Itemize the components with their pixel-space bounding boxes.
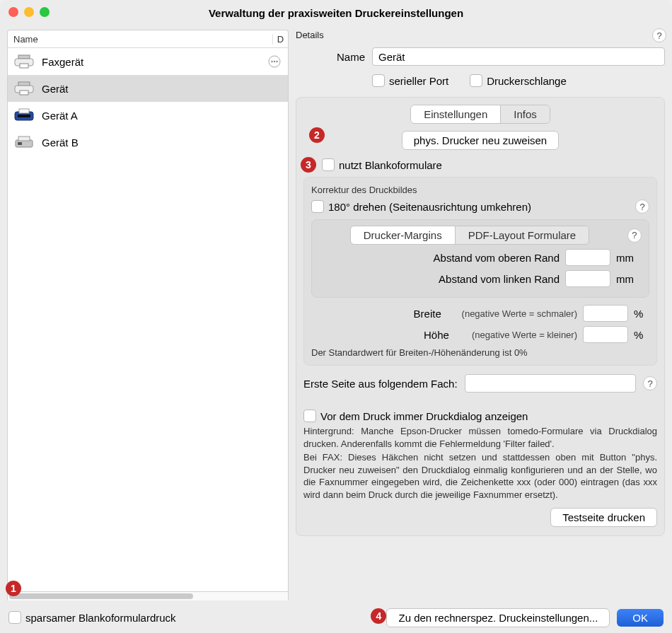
zoom-window-button[interactable] bbox=[40, 7, 50, 17]
info-paragraph-1: Hintergrund: Manche Epson-Drucker müssen… bbox=[303, 425, 657, 450]
close-window-button[interactable] bbox=[8, 7, 18, 17]
list-item-label: Gerät B bbox=[42, 137, 79, 149]
sparse-blank-print-checkbox[interactable]: sparsamer Blankoformulardruck bbox=[8, 611, 176, 624]
settings-tabs: Einstellungen Infos bbox=[410, 105, 550, 124]
serial-port-checkbox[interactable]: serieller Port bbox=[372, 74, 448, 87]
checkbox-icon bbox=[470, 74, 482, 87]
window-controls bbox=[8, 7, 50, 17]
unit-percent: % bbox=[634, 329, 649, 341]
svg-rect-12 bbox=[18, 115, 30, 117]
list-item[interactable]: Gerät B bbox=[8, 129, 288, 156]
margin-tabs: Drucker-Margins PDF-Layout Formulare bbox=[350, 226, 589, 245]
list-item-label: Faxgerät bbox=[42, 56, 83, 68]
checkbox-icon bbox=[303, 410, 316, 422]
help-icon[interactable]: ? bbox=[643, 376, 657, 390]
computer-settings-button[interactable]: Zu den rechnerspez. Druckeinstellungen..… bbox=[386, 608, 610, 627]
left-margin-input[interactable] bbox=[565, 270, 610, 287]
list-item[interactable]: Faxgerät bbox=[8, 48, 288, 75]
reassign-printer-button[interactable]: phys. Drucker neu zuweisen bbox=[402, 131, 559, 150]
margins-box: Drucker-Margins PDF-Layout Formulare ? A… bbox=[311, 219, 649, 298]
uses-blank-forms-label: nutzt Blankoformulare bbox=[339, 159, 442, 171]
checkbox-icon bbox=[372, 74, 385, 87]
top-margin-input[interactable] bbox=[565, 249, 610, 266]
name-field-label: Name bbox=[296, 51, 365, 63]
svg-rect-7 bbox=[18, 82, 30, 86]
printer-list-pane: Name D Faxgerät Gerät Gerät A bbox=[7, 30, 289, 626]
first-page-tray-input[interactable] bbox=[465, 374, 636, 393]
settings-box: Einstellungen Infos phys. Drucker neu zu… bbox=[296, 97, 665, 536]
printer-queue-label: Druckerschlange bbox=[487, 75, 567, 87]
svg-rect-9 bbox=[20, 91, 28, 95]
checkbox-icon bbox=[8, 611, 21, 624]
info-paragraph-2: Bei FAX: Dieses Häkchen nicht setzen und… bbox=[303, 451, 657, 501]
callout-4: 4 bbox=[371, 608, 386, 624]
print-correction-title: Korrektur des Druckbildes bbox=[311, 185, 649, 195]
printer-icon bbox=[13, 54, 35, 69]
scrollbar-thumb[interactable] bbox=[9, 593, 193, 599]
test-page-button[interactable]: Testseite drucken bbox=[550, 508, 657, 527]
column-d[interactable]: D bbox=[272, 34, 288, 45]
svg-point-5 bbox=[274, 61, 275, 62]
callout-3: 3 bbox=[301, 157, 316, 173]
rotate-180-checkbox[interactable]: 180° drehen (Seitenausrichtung umkehren) bbox=[311, 200, 628, 213]
printer-icon bbox=[13, 81, 35, 96]
first-page-tray-label: Erste Seite aus folgendem Fach: bbox=[303, 378, 458, 390]
svg-rect-14 bbox=[18, 137, 30, 141]
checkbox-icon bbox=[311, 200, 324, 213]
svg-rect-0 bbox=[18, 55, 30, 59]
always-show-dialog-label: Vor dem Druck immer Druckdialog anzeigen bbox=[320, 410, 528, 422]
always-show-dialog-checkbox[interactable]: Vor dem Druck immer Druckdialog anzeigen bbox=[303, 410, 657, 422]
serial-port-label: serieller Port bbox=[389, 75, 448, 87]
help-icon[interactable]: ? bbox=[627, 228, 642, 243]
tab-pdf-layout[interactable]: PDF-Layout Formulare bbox=[455, 226, 589, 244]
printer-icon bbox=[13, 134, 35, 150]
default-note: Der Standardwert für Breiten-/Höhenänder… bbox=[311, 347, 649, 358]
tab-settings[interactable]: Einstellungen bbox=[411, 105, 500, 123]
print-correction-box: Korrektur des Druckbildes 180° drehen (S… bbox=[303, 177, 657, 366]
column-name[interactable]: Name bbox=[8, 34, 272, 45]
tab-info[interactable]: Infos bbox=[500, 105, 550, 123]
svg-point-6 bbox=[276, 61, 277, 62]
name-input[interactable] bbox=[372, 47, 665, 66]
callout-1: 1 bbox=[6, 581, 21, 596]
svg-point-4 bbox=[271, 61, 272, 62]
width-hint: (negative Werte = schmaler) bbox=[462, 308, 577, 319]
more-icon[interactable] bbox=[268, 55, 281, 68]
details-section-label: Details bbox=[296, 30, 665, 40]
height-label: Höhe bbox=[424, 329, 466, 341]
sparse-blank-print-label: sparsamer Blankoformulardruck bbox=[25, 612, 176, 624]
horizontal-scrollbar[interactable] bbox=[7, 592, 289, 600]
footer: sparsamer Blankoformulardruck 4 Zu den r… bbox=[0, 602, 672, 633]
help-icon[interactable]: ? bbox=[652, 28, 666, 42]
tab-printer-margins[interactable]: Drucker-Margins bbox=[351, 226, 455, 244]
printer-icon bbox=[13, 108, 35, 123]
printer-list[interactable]: Faxgerät Gerät Gerät A Gerät B bbox=[7, 48, 289, 592]
unit-mm: mm bbox=[616, 273, 642, 285]
help-icon[interactable]: ? bbox=[635, 199, 649, 214]
details-pane: Details ? Name serieller Port Druckersch… bbox=[296, 30, 665, 626]
unit-mm: mm bbox=[616, 252, 642, 264]
height-input[interactable] bbox=[583, 326, 628, 343]
titlebar: Verwaltung der praxisweiten Druckereinst… bbox=[0, 0, 672, 25]
width-input[interactable] bbox=[583, 305, 628, 322]
list-item[interactable]: Gerät A bbox=[8, 102, 288, 129]
list-item-label: Gerät A bbox=[42, 110, 78, 122]
uses-blank-forms-checkbox[interactable]: nutzt Blankoformulare bbox=[322, 158, 657, 171]
printer-list-header: Name D bbox=[7, 30, 289, 48]
callout-2: 2 bbox=[309, 127, 325, 143]
height-hint: (negative Werte = kleiner) bbox=[472, 330, 577, 340]
list-item[interactable]: Gerät bbox=[8, 75, 288, 102]
printer-queue-checkbox[interactable]: Druckerschlange bbox=[470, 74, 567, 87]
svg-rect-2 bbox=[20, 64, 28, 68]
unit-percent: % bbox=[634, 308, 649, 320]
window-title: Verwaltung der praxisweiten Druckereinst… bbox=[209, 7, 463, 19]
left-margin-label: Abstand vom linken Rand bbox=[439, 273, 560, 285]
list-item-label: Gerät bbox=[42, 83, 69, 95]
ok-button[interactable]: OK bbox=[617, 609, 664, 627]
rotate-180-label: 180° drehen (Seitenausrichtung umkehren) bbox=[328, 201, 531, 213]
svg-rect-11 bbox=[19, 109, 29, 113]
svg-rect-15 bbox=[18, 142, 22, 145]
top-margin-label: Abstand vom oberen Rand bbox=[434, 252, 560, 264]
width-label: Breite bbox=[414, 308, 456, 320]
minimize-window-button[interactable] bbox=[24, 7, 34, 17]
